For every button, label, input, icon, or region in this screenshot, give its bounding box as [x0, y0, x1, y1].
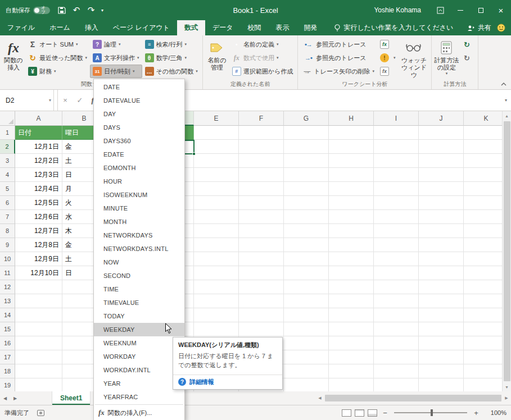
cell[interactable]: 12月6日 [15, 210, 62, 224]
menu-item[interactable]: YEARFRAC [94, 390, 184, 404]
select-all-corner[interactable] [0, 111, 15, 126]
watch-window-button[interactable]: ウォッチ ウィンドウ [398, 38, 429, 79]
scroll-down-icon[interactable]: ▼ [503, 382, 511, 391]
minimize-button[interactable] [450, 0, 471, 20]
name-manager-button[interactable]: 名前の管理 [205, 38, 229, 71]
lookup-reference-button[interactable]: ≡検索/行列▾ [142, 38, 201, 51]
cell[interactable] [329, 154, 374, 168]
cell[interactable] [194, 266, 239, 280]
evaluate-formula-button[interactable]: fx [377, 65, 399, 78]
ribbon-tab[interactable]: ページ レイアウト [106, 20, 177, 35]
cell[interactable] [194, 308, 239, 322]
cell[interactable] [374, 126, 419, 140]
formula-bar-expand-button[interactable]: ▾ [501, 90, 511, 111]
cell[interactable] [284, 308, 329, 322]
scroll-left-icon[interactable]: ◀ [315, 396, 324, 400]
cell[interactable] [284, 252, 329, 266]
scroll-right-icon[interactable]: ▶ [502, 396, 511, 400]
cell[interactable] [15, 322, 62, 336]
cell[interactable] [239, 196, 284, 210]
menu-item[interactable]: DAY [94, 107, 184, 121]
row-header[interactable]: 11 [0, 266, 15, 280]
cell[interactable] [194, 210, 239, 224]
save-button[interactable] [55, 3, 69, 17]
cell[interactable] [419, 196, 464, 210]
redo-button[interactable]: ↷ [84, 3, 98, 17]
cell[interactable] [419, 378, 464, 391]
cell[interactable] [374, 322, 419, 336]
row-header[interactable]: 9 [0, 238, 15, 252]
cell[interactable] [194, 252, 239, 266]
cell[interactable] [419, 308, 464, 322]
insert-function-big-button[interactable]: fx 関数の挿入 [2, 38, 25, 71]
cell[interactable] [284, 168, 329, 182]
cell[interactable] [239, 322, 284, 336]
cell[interactable] [284, 182, 329, 196]
column-header[interactable]: J [419, 111, 464, 126]
cell[interactable]: 12月8日 [15, 238, 62, 252]
column-header[interactable]: I [374, 111, 419, 126]
logical-button[interactable]: ?論理▾ [90, 38, 142, 51]
trace-precedents-button[interactable]: •→参照元のトレース [300, 38, 377, 51]
menu-item[interactable]: NETWORKDAYS.INTL [94, 242, 184, 255]
sheet-nav-right-icon[interactable]: ▶ [10, 391, 20, 405]
row-header[interactable]: 6 [0, 196, 15, 210]
cell[interactable] [284, 140, 329, 154]
cell[interactable]: 12月3日 [15, 168, 62, 182]
menu-item[interactable]: DAYS [94, 121, 184, 134]
menu-item[interactable]: WORKDAY.INTL [94, 363, 184, 377]
cell[interactable] [329, 182, 374, 196]
cell[interactable] [284, 154, 329, 168]
menu-item[interactable]: DATE [94, 80, 184, 94]
cell[interactable] [419, 336, 464, 350]
cell[interactable] [239, 308, 284, 322]
row-header[interactable]: 16 [0, 336, 15, 350]
text-functions-button[interactable]: A文字列操作▾ [90, 51, 142, 65]
cell[interactable] [374, 364, 419, 378]
normal-view-button[interactable] [342, 409, 351, 417]
cell[interactable] [239, 168, 284, 182]
cell[interactable] [374, 280, 419, 294]
cell[interactable] [374, 182, 419, 196]
cell[interactable] [284, 336, 329, 350]
sheet-nav-left-icon[interactable]: ◀ [0, 391, 10, 405]
autosum-button[interactable]: Σオート SUM▾ [25, 38, 90, 51]
cell[interactable] [419, 182, 464, 196]
menu-item[interactable]: ISOWEEKNUM [94, 188, 184, 202]
ribbon-tab[interactable]: 数式 [177, 20, 205, 35]
cell[interactable] [419, 322, 464, 336]
cell[interactable]: 12月4日 [15, 182, 62, 196]
ribbon-tab[interactable]: ホーム [42, 20, 78, 35]
cell[interactable] [194, 224, 239, 238]
row-header[interactable]: 15 [0, 322, 15, 336]
cell[interactable] [329, 280, 374, 294]
column-header[interactable]: A [15, 111, 62, 126]
cell[interactable] [374, 378, 419, 391]
menu-item[interactable]: EOMONTH [94, 161, 184, 175]
cell[interactable] [374, 168, 419, 182]
menu-item[interactable]: NOW [94, 255, 184, 269]
cell[interactable]: 12月2日 [15, 154, 62, 168]
cell[interactable] [284, 266, 329, 280]
cell[interactable] [329, 364, 374, 378]
cell[interactable] [419, 224, 464, 238]
cell[interactable] [329, 252, 374, 266]
cell[interactable] [374, 252, 419, 266]
cell[interactable] [284, 224, 329, 238]
cell[interactable]: 12月5日 [15, 196, 62, 210]
cell[interactable] [15, 336, 62, 350]
ribbon-tab[interactable]: 挿入 [78, 20, 106, 35]
horizontal-scrollbar[interactable]: ◀ ▶ [315, 391, 511, 405]
cell[interactable] [329, 378, 374, 391]
column-header[interactable]: H [329, 111, 374, 126]
cell[interactable] [194, 182, 239, 196]
macro-record-button[interactable] [37, 410, 44, 416]
cell[interactable] [239, 238, 284, 252]
tab-file[interactable]: ファイル [0, 20, 42, 35]
cell[interactable] [329, 238, 374, 252]
cell[interactable] [239, 154, 284, 168]
date-time-button[interactable]: 31日付/時刻▾ [90, 65, 142, 78]
cell[interactable]: 12月10日 [15, 266, 62, 280]
cell[interactable] [419, 154, 464, 168]
cell[interactable]: 12月7日 [15, 224, 62, 238]
